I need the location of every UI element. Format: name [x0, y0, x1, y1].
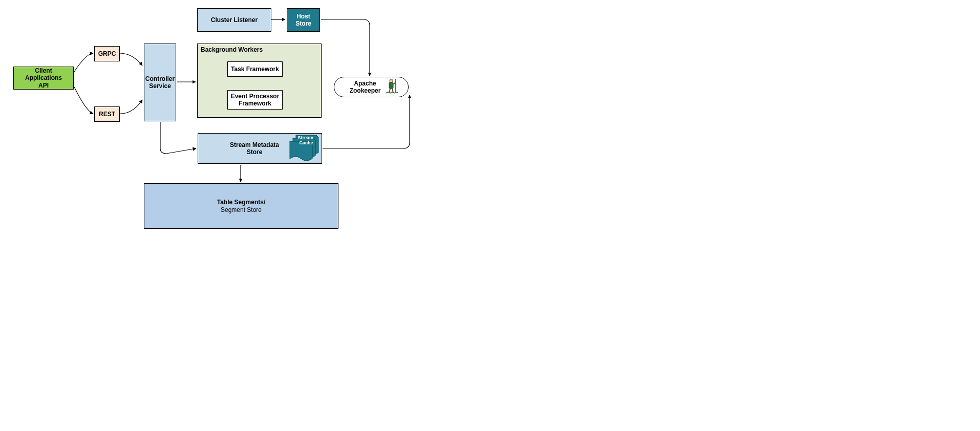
node-grpc: GRPC: [94, 46, 120, 61]
label-client-api: Client Applications API: [16, 67, 71, 89]
label-task-framework: Task Framework: [231, 66, 279, 73]
label-event-processor-framework: Event Processor Framework: [231, 93, 280, 107]
label-rest: REST: [99, 111, 115, 118]
label-grpc: GRPC: [98, 50, 116, 57]
label-background-workers: Background Workers: [201, 46, 318, 53]
node-table-segments: Table Segments/ Segment Store: [144, 183, 338, 229]
label-host-store: Host Store: [289, 13, 317, 28]
label-table-segments: Table Segments/ Segment Store: [217, 199, 265, 213]
node-stream-metadata-store: Stream Metadata Store: [198, 133, 322, 164]
label-controller-service: Controller Service: [145, 75, 175, 90]
node-zookeeper: Apache Zookeeper: [334, 77, 409, 97]
node-cluster-listener: Cluster Listener: [197, 8, 271, 32]
label-zookeeper: Apache Zookeeper: [350, 80, 393, 95]
node-rest: REST: [94, 106, 120, 122]
node-task-framework: Task Framework: [227, 61, 283, 77]
node-controller-service: Controller Service: [144, 44, 176, 121]
label-cluster-listener: Cluster Listener: [211, 16, 258, 24]
label-stream-metadata-store: Stream Metadata Store: [219, 141, 290, 156]
node-event-processor-framework: Event Processor Framework: [227, 90, 283, 110]
node-host-store: Host Store: [287, 8, 320, 32]
node-client-api: Client Applications API: [13, 67, 74, 90]
